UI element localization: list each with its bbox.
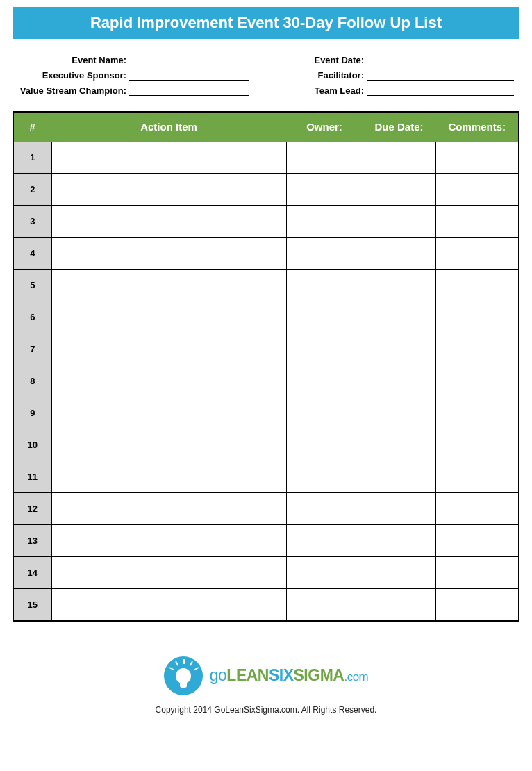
cell-comments[interactable]	[435, 301, 519, 333]
meta-facilitator: Facilitator:	[283, 69, 514, 81]
header-due: Due Date:	[363, 112, 435, 142]
cell-action[interactable]	[51, 142, 286, 174]
cell-comments[interactable]	[435, 238, 519, 270]
cell-action[interactable]	[51, 206, 286, 238]
cell-due[interactable]	[363, 397, 435, 429]
cell-comments[interactable]	[435, 333, 519, 365]
meta-blank-line[interactable]	[367, 54, 514, 65]
copyright: Copyright 2014 GoLeanSixSigma.com. All R…	[13, 705, 519, 715]
cell-owner[interactable]	[286, 142, 363, 174]
cell-due[interactable]	[363, 589, 435, 621]
table-row: 2	[13, 174, 519, 206]
cell-action[interactable]	[51, 557, 286, 589]
cell-due[interactable]	[363, 557, 435, 589]
cell-owner[interactable]	[286, 461, 363, 493]
cell-action[interactable]	[51, 333, 286, 365]
cell-comments[interactable]	[435, 397, 519, 429]
row-number: 14	[13, 557, 51, 589]
header-comments: Comments:	[435, 112, 519, 142]
cell-owner[interactable]	[286, 397, 363, 429]
meta-label: Team Lead:	[283, 85, 367, 96]
table-row: 7	[13, 333, 519, 365]
lightbulb-icon	[164, 656, 203, 695]
logo: goLEANSIXSIGMA.com	[164, 656, 369, 695]
cell-due[interactable]	[363, 301, 435, 333]
cell-action[interactable]	[51, 589, 286, 621]
cell-action[interactable]	[51, 525, 286, 557]
cell-comments[interactable]	[435, 525, 519, 557]
cell-owner[interactable]	[286, 174, 363, 206]
table-row: 14	[13, 557, 519, 589]
cell-due[interactable]	[363, 493, 435, 525]
meta-section: Event Name: Executive Sponsor: Value Str…	[13, 54, 519, 96]
cell-owner[interactable]	[286, 525, 363, 557]
table-row: 1	[13, 142, 519, 174]
cell-comments[interactable]	[435, 429, 519, 461]
logo-text: goLEANSIXSIGMA.com	[210, 666, 369, 685]
cell-comments[interactable]	[435, 270, 519, 301]
cell-comments[interactable]	[435, 142, 519, 174]
cell-action[interactable]	[51, 429, 286, 461]
cell-comments[interactable]	[435, 557, 519, 589]
row-number: 4	[13, 238, 51, 270]
meta-blank-line[interactable]	[367, 85, 514, 96]
row-number: 6	[13, 301, 51, 333]
followup-table: # Action Item Owner: Due Date: Comments:…	[13, 111, 519, 622]
cell-due[interactable]	[363, 206, 435, 238]
meta-label: Value Stream Champion:	[18, 85, 129, 96]
cell-due[interactable]	[363, 365, 435, 397]
table-row: 4	[13, 238, 519, 270]
cell-owner[interactable]	[286, 493, 363, 525]
meta-blank-line[interactable]	[129, 69, 249, 81]
logo-go: go	[210, 666, 227, 684]
cell-action[interactable]	[51, 174, 286, 206]
cell-action[interactable]	[51, 461, 286, 493]
cell-owner[interactable]	[286, 557, 363, 589]
cell-comments[interactable]	[435, 174, 519, 206]
meta-event-date: Event Date:	[283, 54, 514, 65]
cell-action[interactable]	[51, 301, 286, 333]
cell-comments[interactable]	[435, 206, 519, 238]
cell-due[interactable]	[363, 174, 435, 206]
cell-due[interactable]	[363, 270, 435, 301]
meta-blank-line[interactable]	[129, 85, 249, 96]
row-number: 3	[13, 206, 51, 238]
cell-comments[interactable]	[435, 493, 519, 525]
meta-label: Executive Sponsor:	[18, 70, 129, 81]
cell-owner[interactable]	[286, 270, 363, 301]
row-number: 2	[13, 174, 51, 206]
meta-event-name: Event Name:	[18, 54, 249, 65]
cell-due[interactable]	[363, 142, 435, 174]
cell-action[interactable]	[51, 270, 286, 301]
cell-due[interactable]	[363, 238, 435, 270]
cell-action[interactable]	[51, 493, 286, 525]
cell-owner[interactable]	[286, 333, 363, 365]
logo-lean: LEAN	[226, 666, 269, 684]
meta-label: Facilitator:	[283, 70, 367, 81]
meta-label: Event Name:	[18, 55, 129, 65]
cell-comments[interactable]	[435, 589, 519, 621]
cell-due[interactable]	[363, 429, 435, 461]
meta-value-stream-champion: Value Stream Champion:	[18, 85, 249, 96]
cell-owner[interactable]	[286, 589, 363, 621]
meta-blank-line[interactable]	[129, 54, 249, 65]
cell-owner[interactable]	[286, 301, 363, 333]
cell-comments[interactable]	[435, 461, 519, 493]
cell-owner[interactable]	[286, 238, 363, 270]
cell-owner[interactable]	[286, 206, 363, 238]
cell-due[interactable]	[363, 333, 435, 365]
cell-comments[interactable]	[435, 365, 519, 397]
row-number: 9	[13, 397, 51, 429]
meta-blank-line[interactable]	[367, 69, 514, 81]
table-row: 13	[13, 525, 519, 557]
cell-due[interactable]	[363, 461, 435, 493]
cell-due[interactable]	[363, 525, 435, 557]
cell-owner[interactable]	[286, 365, 363, 397]
table-header-row: # Action Item Owner: Due Date: Comments:	[13, 112, 519, 142]
cell-owner[interactable]	[286, 429, 363, 461]
cell-action[interactable]	[51, 365, 286, 397]
table-row: 5	[13, 270, 519, 301]
cell-action[interactable]	[51, 397, 286, 429]
meta-executive-sponsor: Executive Sponsor:	[18, 69, 249, 81]
cell-action[interactable]	[51, 238, 286, 270]
